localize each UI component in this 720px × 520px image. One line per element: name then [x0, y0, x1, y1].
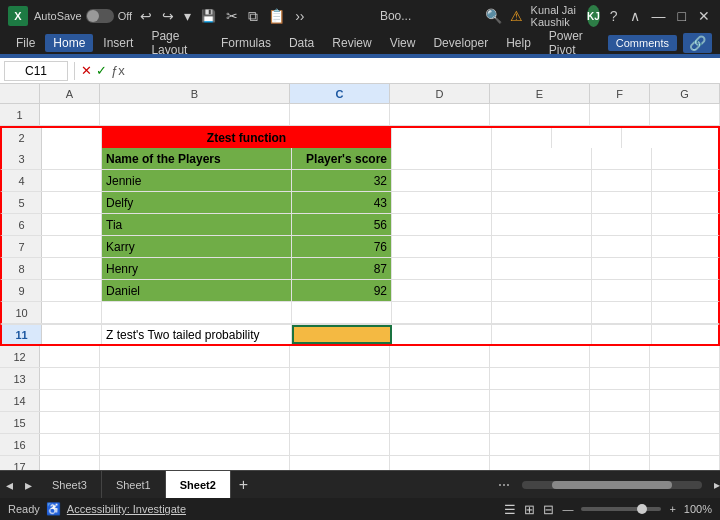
sheet-tab-sheet2[interactable]: Sheet2 [166, 471, 231, 499]
zoom-out-icon[interactable]: — [562, 503, 573, 515]
row-num-11[interactable]: 11 [2, 325, 42, 344]
cell-b1[interactable] [100, 104, 290, 125]
view-page-layout-icon[interactable]: ⊟ [543, 502, 554, 517]
row-num-14[interactable]: 14 [0, 390, 40, 411]
formula-input[interactable] [129, 61, 716, 81]
cell-c10[interactable] [292, 302, 392, 323]
cell-b10[interactable] [102, 302, 292, 323]
cell-a11[interactable] [42, 325, 102, 344]
cell-g2[interactable] [552, 128, 622, 148]
close-button[interactable]: ✕ [696, 6, 712, 26]
col-header-a[interactable]: A [40, 84, 100, 103]
cell-g5[interactable] [652, 192, 720, 213]
cell-g4[interactable] [652, 170, 720, 191]
cell-f5[interactable] [592, 192, 652, 213]
cell-f7[interactable] [592, 236, 652, 257]
cell-a2[interactable] [42, 128, 102, 148]
cell-e4[interactable] [492, 170, 592, 191]
tab-review[interactable]: Review [324, 34, 379, 52]
cell-a4[interactable] [42, 170, 102, 191]
cell-b5[interactable]: Delfy [102, 192, 292, 213]
cell-e6[interactable] [492, 214, 592, 235]
cut-icon[interactable]: ✂ [224, 6, 240, 26]
row-num-12[interactable]: 12 [0, 346, 40, 367]
row-num-8[interactable]: 8 [2, 258, 42, 279]
col-header-g[interactable]: G [650, 84, 720, 103]
cell-d11[interactable] [392, 325, 492, 344]
cancel-formula-icon[interactable]: ✕ [81, 63, 92, 78]
col-header-e[interactable]: E [490, 84, 590, 103]
col-header-d[interactable]: D [390, 84, 490, 103]
cell-d1[interactable] [390, 104, 490, 125]
cell-b7[interactable]: Karry [102, 236, 292, 257]
ribbon-toggle-icon[interactable]: ∧ [628, 6, 642, 26]
tab-help[interactable]: Help [498, 34, 539, 52]
cell-a8[interactable] [42, 258, 102, 279]
redo-icon[interactable]: ↪ [160, 6, 176, 26]
cell-f11[interactable] [592, 325, 652, 344]
maximize-button[interactable]: □ [676, 6, 688, 26]
insert-function-icon[interactable]: ƒx [111, 63, 125, 78]
scrollbar-thumb[interactable] [552, 481, 672, 489]
cell-c1[interactable] [290, 104, 390, 125]
cell-c11[interactable] [292, 325, 392, 344]
col-header-c[interactable]: C [290, 84, 390, 103]
cell-g1[interactable] [650, 104, 720, 125]
cell-c9[interactable]: 92 [292, 280, 392, 301]
cell-b9[interactable]: Daniel [102, 280, 292, 301]
cell-d10[interactable] [392, 302, 492, 323]
cell-g7[interactable] [652, 236, 720, 257]
cell-g9[interactable] [652, 280, 720, 301]
cell-e8[interactable] [492, 258, 592, 279]
cell-d8[interactable] [392, 258, 492, 279]
add-sheet-button[interactable]: + [231, 476, 256, 494]
user-avatar[interactable]: KJ [587, 5, 600, 27]
confirm-formula-icon[interactable]: ✓ [96, 63, 107, 78]
cell-g8[interactable] [652, 258, 720, 279]
paste-icon[interactable]: 📋 [266, 6, 287, 26]
sheet-tab-sheet1[interactable]: Sheet1 [102, 471, 166, 499]
cell-a7[interactable] [42, 236, 102, 257]
zoom-in-icon[interactable]: + [669, 503, 675, 515]
row-num-7[interactable]: 7 [2, 236, 42, 257]
minimize-button[interactable]: — [650, 6, 668, 26]
tab-file[interactable]: File [8, 34, 43, 52]
row-num-13[interactable]: 13 [0, 368, 40, 389]
tab-view[interactable]: View [382, 34, 424, 52]
cell-d3[interactable] [392, 148, 492, 169]
view-page-break-icon[interactable]: ⊞ [524, 502, 535, 517]
scroll-right-icon[interactable]: ▸ [714, 478, 720, 492]
zoom-level[interactable]: 100% [684, 503, 712, 515]
share-button[interactable]: 🔗 [683, 33, 712, 53]
row-num-2[interactable]: 2 [2, 128, 42, 148]
cell-e3[interactable] [492, 148, 592, 169]
cell-g3[interactable] [652, 148, 720, 169]
cell-f2[interactable] [492, 128, 552, 148]
row-num-16[interactable]: 16 [0, 434, 40, 455]
cell-g10[interactable] [652, 302, 720, 323]
row-num-5[interactable]: 5 [2, 192, 42, 213]
row-num-6[interactable]: 6 [2, 214, 42, 235]
comments-button[interactable]: Comments [608, 35, 677, 51]
more-icon[interactable]: ›› [293, 6, 306, 26]
cell-a6[interactable] [42, 214, 102, 235]
tab-developer[interactable]: Developer [425, 34, 496, 52]
accessibility-label[interactable]: Accessibility: Investigate [67, 503, 186, 515]
cell-b3[interactable]: Name of the Players [102, 148, 292, 169]
cell-f6[interactable] [592, 214, 652, 235]
sheet-tab-sheet3[interactable]: Sheet3 [38, 471, 102, 499]
search-icon[interactable]: 🔍 [485, 8, 502, 24]
cell-f4[interactable] [592, 170, 652, 191]
cell-d6[interactable] [392, 214, 492, 235]
undo-icon[interactable]: ↩ [138, 6, 154, 26]
cell-f3[interactable] [592, 148, 652, 169]
view-normal-icon[interactable]: ☰ [504, 502, 516, 517]
cell-c4[interactable]: 32 [292, 170, 392, 191]
sheet-nav-right[interactable]: ▸ [19, 477, 38, 493]
cell-f9[interactable] [592, 280, 652, 301]
cell-b2[interactable]: Ztest function [102, 128, 392, 148]
cell-e10[interactable] [492, 302, 592, 323]
ellipsis-icon[interactable]: ⋯ [498, 478, 510, 492]
row-num-17[interactable]: 17 [0, 456, 40, 470]
cell-a1[interactable] [40, 104, 100, 125]
